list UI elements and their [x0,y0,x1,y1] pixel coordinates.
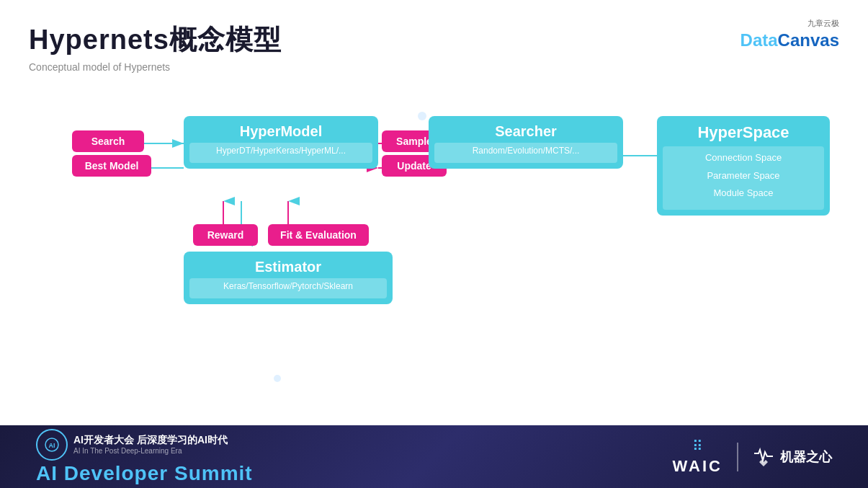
diagram-area: Search Best Model HyperModel HyperDT/Hyp… [29,94,839,426]
estimator-subtitle: Keras/Tensorflow/Pytorch/Sklearn [189,278,387,298]
waic-text: WAIC [673,457,722,476]
hyperspace-title: HyperSpace [657,116,830,146]
page-title-en: Conceptual model of Hypernets [29,61,839,73]
main-content: Hypernets概念模型 Conceptual model of Hypern… [0,0,868,425]
conference-text: AI开发者大会 后深度学习的AI时代 AI In The Post Deep-L… [73,434,228,455]
fit-eval-label: Fit & Evaluation [268,224,369,246]
ai-developer-icon: AI [36,429,68,461]
waic-area: ⠿ WAIC [673,438,722,476]
hypermodel-title: HyperModel [184,116,378,143]
jiqixin-area: 机器之心 [753,446,832,468]
footer: AI AI开发者大会 后深度学习的AI时代 AI In The Post Dee… [0,425,868,488]
footer-right: ⠿ WAIC 机器之心 [673,438,832,476]
searcher-subtitle: Random/Evolution/MCTS/... [434,143,617,163]
searcher-box: Searcher Random/Evolution/MCTS/... [429,116,623,169]
svg-text:AI: AI [49,442,55,449]
logo-canvas: Canvas [778,30,839,50]
hyperspace-list: Connection Space Parameter Space Module … [663,146,824,210]
logo-area: 九章云极 DataCanvas [741,18,839,50]
svg-marker-16 [759,460,768,466]
footer-badge: AI AI开发者大会 后深度学习的AI时代 AI In The Post Dee… [36,429,253,461]
footer-divider [737,443,738,471]
waic-dots: ⠿ [692,438,703,455]
searcher-title: Searcher [429,116,623,143]
estimator-box: Estimator Keras/Tensorflow/Pytorch/Sklea… [184,252,393,304]
page-title-cn: Hypernets概念模型 [29,22,839,58]
estimator-title: Estimator [184,252,393,278]
logo-top-text: 九章云极 [807,18,839,29]
conference-line1: AI开发者大会 后深度学习的AI时代 [73,434,228,447]
jiqixin-icon [753,446,774,468]
search-label: Search [72,130,144,152]
hypermodel-box: HyperModel HyperDT/HyperKeras/HyperML/..… [184,116,378,169]
hyperspace-box: HyperSpace Connection Space Parameter Sp… [657,116,830,216]
hypermodel-subtitle: HyperDT/HyperKeras/HyperML/... [189,143,372,163]
footer-left: AI AI开发者大会 后深度学习的AI时代 AI In The Post Dee… [36,429,253,485]
hyperspace-line1: Connection Space [674,149,813,167]
best-model-label: Best Model [72,155,151,177]
logo-data: Data [741,30,778,50]
hyperspace-line2: Parameter Space [674,167,813,185]
hyperspace-line3: Module Space [674,185,813,203]
conference-line2: AI In The Post Deep-Learning Era [73,447,228,455]
jiqixin-text: 机器之心 [780,448,832,466]
ai-summit-text: AI Developer Summit [36,462,253,485]
reward-label: Reward [193,224,258,246]
logo-brand: DataCanvas [741,30,839,50]
